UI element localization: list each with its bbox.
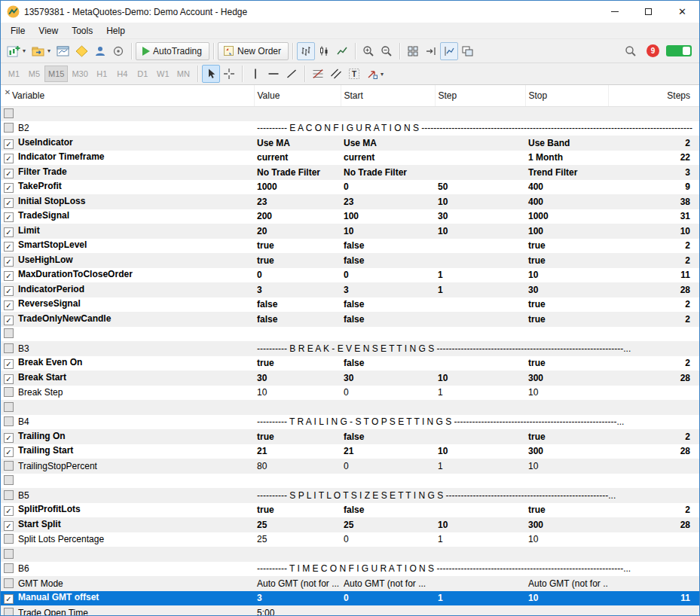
- candlestick-chart-button[interactable]: [315, 42, 333, 60]
- chart-window-button[interactable]: [53, 42, 72, 60]
- menu-file[interactable]: File: [4, 24, 32, 38]
- row-checkbox[interactable]: [4, 563, 14, 573]
- param-row[interactable]: ✓Break Start30301030028: [1, 371, 699, 386]
- param-row[interactable]: ✓Limit20101010010: [1, 224, 699, 239]
- col-header-variable[interactable]: Variable: [1, 85, 254, 106]
- row-checkbox[interactable]: [4, 387, 14, 397]
- row-checkbox[interactable]: ✓: [4, 506, 14, 516]
- section-row[interactable]: B6---------- T I M E C O N F I G U R A T…: [1, 562, 699, 577]
- timeframe-mn[interactable]: MN: [173, 66, 194, 82]
- param-row[interactable]: Break Step100110: [1, 386, 699, 401]
- tile-windows-button[interactable]: [404, 42, 422, 60]
- spacer-row[interactable]: [1, 400, 699, 415]
- spacer-row[interactable]: [1, 327, 699, 342]
- row-checkbox[interactable]: [4, 490, 14, 500]
- row-checkbox[interactable]: ✓: [4, 271, 14, 281]
- row-checkbox[interactable]: ✓: [4, 316, 14, 325]
- row-checkbox[interactable]: ✓: [4, 300, 14, 310]
- param-row[interactable]: ✓MaxDurationToCloseOrder0011011: [1, 268, 699, 283]
- row-checkbox[interactable]: [4, 416, 14, 426]
- row-checkbox[interactable]: [4, 123, 14, 133]
- menu-view[interactable]: View: [32, 24, 65, 38]
- text-button[interactable]: T: [345, 65, 363, 83]
- param-row[interactable]: ✓ReverseSignalfalsefalsetrue2: [1, 297, 699, 313]
- row-checkbox[interactable]: [4, 328, 14, 338]
- menu-tools[interactable]: Tools: [65, 24, 99, 38]
- menu-help[interactable]: Help: [99, 24, 132, 38]
- row-checkbox[interactable]: ✓: [4, 257, 14, 267]
- param-row[interactable]: TrailingStopPercent800110: [1, 459, 699, 474]
- param-row[interactable]: ✓Trailing Start21211030028: [1, 444, 699, 459]
- timeframe-m5[interactable]: M5: [24, 66, 44, 82]
- col-header-start[interactable]: Start: [341, 85, 435, 106]
- param-row[interactable]: ✓TakeProfit10000504009: [1, 180, 699, 195]
- section-row[interactable]: B2---------- E A C O N F I G U R A T I O…: [1, 121, 699, 136]
- chart-shift-button[interactable]: [440, 42, 458, 60]
- auto-scroll-button[interactable]: [422, 42, 440, 60]
- param-row[interactable]: ✓SmartStopLeveltruefalsetrue2: [1, 239, 699, 254]
- row-checkbox[interactable]: [4, 549, 14, 559]
- col-header-stop[interactable]: Stop: [525, 85, 608, 106]
- row-checkbox[interactable]: ✓: [4, 521, 14, 531]
- timeframe-h4[interactable]: H4: [112, 66, 133, 82]
- row-checkbox[interactable]: ✓: [4, 169, 14, 178]
- param-row[interactable]: ✓Start Split25251030028: [1, 517, 699, 532]
- row-checkbox[interactable]: ✓: [4, 374, 14, 384]
- zoom-out-button[interactable]: [378, 42, 396, 60]
- close-button[interactable]: ✕: [665, 1, 699, 23]
- row-checkbox[interactable]: ✓: [4, 359, 14, 369]
- row-checkbox[interactable]: ✓: [4, 447, 14, 457]
- line-chart-button[interactable]: [333, 42, 351, 60]
- param-row[interactable]: ✓TradeSignal20010030100031: [1, 209, 699, 224]
- param-row[interactable]: ✓Initial StopLoss23231040038: [1, 194, 699, 209]
- fibonacci-button[interactable]: [309, 65, 327, 83]
- connection-toggle[interactable]: [666, 45, 692, 56]
- row-checkbox[interactable]: [4, 578, 14, 588]
- community-button[interactable]: [91, 42, 109, 60]
- row-checkbox[interactable]: ✓: [4, 227, 14, 237]
- timeframe-w1[interactable]: W1: [153, 66, 173, 82]
- param-row[interactable]: ✓Filter TradeNo Trade FilterNo Trade Fil…: [1, 165, 699, 180]
- param-row[interactable]: ✓Manual GMT offset3011011: [1, 591, 699, 606]
- row-checkbox[interactable]: ✓: [4, 183, 14, 193]
- timeframe-m30[interactable]: M30: [68, 66, 91, 82]
- row-checkbox[interactable]: ✓: [4, 212, 14, 222]
- crosshair-button[interactable]: [220, 65, 238, 83]
- col-header-step[interactable]: Step: [435, 85, 525, 106]
- param-row[interactable]: GMT ModeAuto GMT (not for ...Auto GMT (n…: [1, 576, 699, 591]
- row-checkbox[interactable]: [4, 343, 14, 353]
- horizontal-line-button[interactable]: [264, 65, 283, 83]
- section-row[interactable]: B3---------- B R E A K - E V E N S E T T…: [1, 341, 699, 356]
- col-header-value[interactable]: Value: [254, 85, 341, 106]
- row-checkbox[interactable]: [4, 534, 14, 544]
- param-row[interactable]: ✓Indicator Timeframecurrentcurrent1 Mont…: [1, 151, 699, 166]
- param-row[interactable]: ✓Trailing Ontruefalsetrue2: [1, 429, 699, 444]
- timeframe-m1[interactable]: M1: [4, 66, 24, 82]
- title-bar[interactable]: 13579381 - MetaQuotes-Demo: Demo Account…: [1, 1, 699, 23]
- row-checkbox[interactable]: ✓: [4, 594, 14, 604]
- spacer-row[interactable]: [1, 547, 699, 562]
- spacer-row[interactable]: [1, 474, 699, 489]
- new-order-button[interactable]: New Order: [218, 42, 289, 60]
- new-chart-button[interactable]: ▾: [4, 42, 29, 60]
- param-row[interactable]: Trade Open Time5:00: [1, 605, 699, 615]
- param-row[interactable]: ✓UseHighLowtruefalsetrue2: [1, 253, 699, 268]
- metaeditor-button[interactable]: [72, 42, 91, 60]
- spacer-row[interactable]: [1, 106, 699, 121]
- section-row[interactable]: B5---------- S P L I T L O T S I Z E S E…: [1, 488, 699, 503]
- timeframe-h1[interactable]: H1: [92, 66, 112, 82]
- timeframe-d1[interactable]: D1: [133, 66, 153, 82]
- row-checkbox[interactable]: ✓: [4, 242, 14, 252]
- bar-chart-button[interactable]: [297, 42, 315, 60]
- broadcast-button[interactable]: [109, 42, 127, 60]
- param-row[interactable]: ✓IndicatorPeriod3313028: [1, 282, 699, 297]
- cascade-windows-button[interactable]: [458, 42, 477, 60]
- param-row[interactable]: ✓SplitProfitLotstruefalsetrue2: [1, 503, 699, 518]
- panel-close-button[interactable]: ✕: [3, 87, 12, 96]
- col-header-steps[interactable]: Steps: [608, 85, 699, 106]
- channel-button[interactable]: [327, 65, 345, 83]
- row-checkbox[interactable]: [4, 108, 14, 118]
- row-checkbox[interactable]: [4, 402, 14, 412]
- zoom-in-button[interactable]: [359, 42, 378, 60]
- row-checkbox[interactable]: ✓: [4, 286, 14, 296]
